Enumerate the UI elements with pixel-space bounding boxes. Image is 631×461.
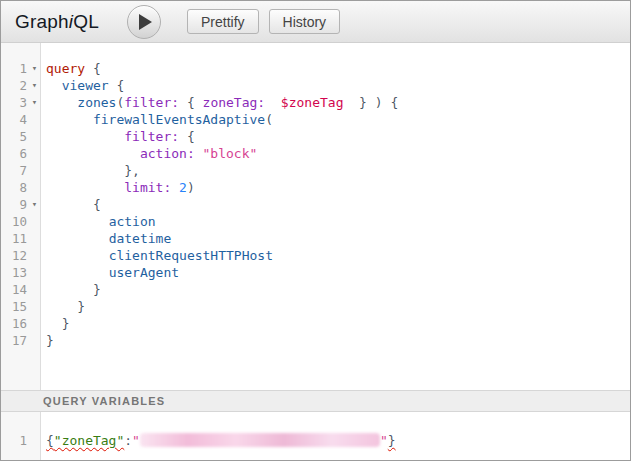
code-token: "zoneTag": [54, 433, 124, 448]
fold-spacer: [27, 315, 42, 332]
line-number: 7: [1, 162, 27, 179]
code-text[interactable]: firewallEventsAdaptive(: [42, 111, 273, 128]
fold-arrow-icon[interactable]: ▾: [27, 196, 42, 213]
code-token: {: [46, 197, 101, 212]
code-token: }: [46, 333, 54, 348]
code-text[interactable]: limit: 2): [42, 179, 195, 196]
fold-spacer: [27, 332, 42, 349]
code-line: 14 }: [1, 281, 630, 298]
code-text[interactable]: clientRequestHTTPHost: [42, 247, 273, 264]
code-text[interactable]: datetime: [42, 230, 171, 247]
code-token: clientRequestHTTPHost: [109, 248, 273, 263]
line-number: 10: [1, 213, 27, 230]
query-editor[interactable]: 1▾query {2▾ viewer {3▾ zones(filter: { z…: [1, 43, 630, 390]
fold-spacer: [27, 264, 42, 281]
logo-suffix: QL: [73, 11, 99, 32]
graphiql-app: GraphiQL Prettify History 1▾query {2▾ vi…: [0, 0, 631, 461]
code-token: (: [265, 112, 273, 127]
code-line: 16 }: [1, 315, 630, 332]
code-token: datetime: [109, 231, 172, 246]
code-text[interactable]: zones(filter: { zoneTag: $zoneTag } ) {: [42, 94, 398, 111]
code-line: 6 action: "block": [1, 145, 630, 162]
line-number: 2: [1, 77, 27, 94]
code-token: {: [85, 61, 101, 76]
line-number: 8: [1, 179, 27, 196]
prettify-button[interactable]: Prettify: [187, 9, 259, 34]
code-token: "block": [203, 146, 258, 161]
line-number: 6: [1, 145, 27, 162]
code-token: [46, 248, 109, 263]
code-text[interactable]: }: [42, 298, 85, 315]
fold-arrow-icon[interactable]: ▾: [27, 94, 42, 111]
line-number: 16: [1, 315, 27, 332]
code-token: },: [46, 163, 140, 178]
fold-arrow-icon[interactable]: ▾: [27, 60, 42, 77]
code-token: [46, 95, 77, 110]
code-text[interactable]: },: [42, 162, 140, 179]
variables-code-lines: 1{"zoneTag":""}: [1, 432, 630, 449]
code-token: :: [124, 433, 132, 448]
code-line: 2▾ viewer {: [1, 77, 630, 94]
code-token: [46, 112, 93, 127]
line-number: 9: [1, 196, 27, 213]
fold-spacer: [27, 298, 42, 315]
code-token: }: [388, 433, 396, 448]
execute-query-button[interactable]: [127, 5, 161, 39]
variables-editor[interactable]: 1{"zoneTag":""}: [1, 412, 630, 460]
code-token: [46, 146, 140, 161]
code-token: [46, 214, 109, 229]
toolbar: GraphiQL Prettify History: [1, 1, 630, 43]
code-text[interactable]: action: "block": [42, 145, 257, 162]
code-line: 17}: [1, 332, 630, 349]
code-token: userAgent: [109, 265, 179, 280]
code-token: ": [132, 433, 140, 448]
code-line: 12 clientRequestHTTPHost: [1, 247, 630, 264]
code-token: limit:: [124, 180, 171, 195]
code-line: 15 }: [1, 298, 630, 315]
code-text[interactable]: }: [42, 315, 69, 332]
history-button[interactable]: History: [269, 9, 341, 34]
line-number: 1: [1, 60, 27, 77]
code-text[interactable]: query {: [42, 60, 101, 77]
code-token: 2: [179, 180, 187, 195]
line-number: 14: [1, 281, 27, 298]
code-line: 13 userAgent: [1, 264, 630, 281]
code-text[interactable]: filter: {: [42, 128, 195, 145]
code-token: filter:: [124, 95, 179, 110]
code-token: }: [46, 282, 101, 297]
fold-spacer: [27, 230, 42, 247]
code-text[interactable]: {"zoneTag":""}: [42, 432, 396, 449]
code-token: } ) {: [343, 95, 398, 110]
code-text[interactable]: userAgent: [42, 264, 179, 281]
fold-arrow-icon[interactable]: ▾: [27, 77, 42, 94]
line-number: 13: [1, 264, 27, 281]
code-line: 9▾ {: [1, 196, 630, 213]
code-token: [171, 180, 179, 195]
code-token: $zoneTag: [281, 95, 344, 110]
line-number: 15: [1, 298, 27, 315]
code-token: action: [109, 214, 156, 229]
code-token: zones: [77, 95, 116, 110]
code-text[interactable]: }: [42, 281, 101, 298]
code-text[interactable]: viewer {: [42, 77, 124, 94]
graphiql-logo: GraphiQL: [15, 11, 99, 33]
line-number: 3: [1, 94, 27, 111]
fold-spacer: [27, 432, 42, 449]
code-line: 11 datetime: [1, 230, 630, 247]
fold-spacer: [27, 247, 42, 264]
code-token: ": [380, 433, 388, 448]
code-token: [46, 265, 109, 280]
query-variables-header[interactable]: QUERY VARIABLES: [1, 390, 630, 412]
line-number: 12: [1, 247, 27, 264]
line-number: 11: [1, 230, 27, 247]
code-token: [46, 180, 124, 195]
code-token: }: [46, 316, 69, 331]
code-token: {: [179, 95, 202, 110]
fold-spacer: [27, 179, 42, 196]
code-text[interactable]: {: [42, 196, 101, 213]
query-code-lines: 1▾query {2▾ viewer {3▾ zones(filter: { z…: [1, 60, 630, 349]
code-text[interactable]: action: [42, 213, 156, 230]
code-token: viewer: [62, 78, 109, 93]
code-text[interactable]: }: [42, 332, 54, 349]
code-token: [46, 231, 109, 246]
